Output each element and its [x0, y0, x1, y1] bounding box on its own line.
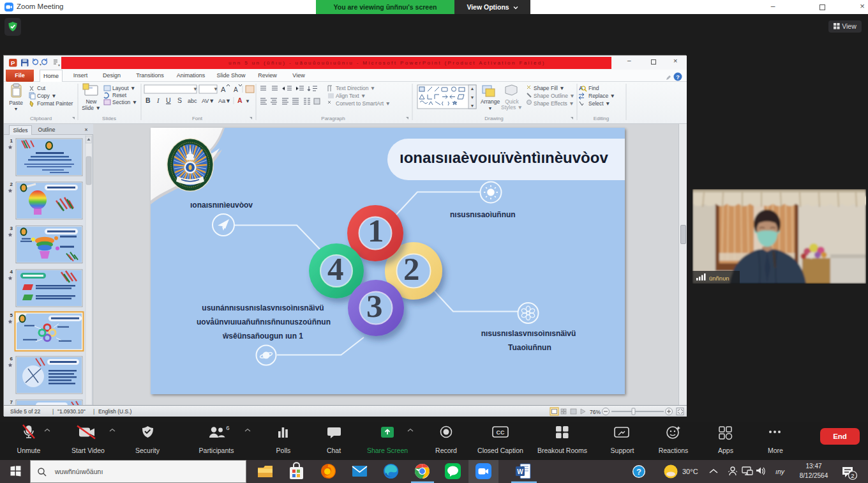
svg-text:Shape Effects ▼: Shape Effects ▼	[534, 100, 574, 107]
svg-text:Aa▼: Aa▼	[218, 98, 231, 104]
svg-text:Styles ▼: Styles ▼	[501, 104, 523, 111]
svg-text:Font: Font	[192, 116, 203, 121]
svg-text:Editing: Editing	[594, 116, 609, 121]
svg-text:Start Video: Start Video	[71, 447, 105, 454]
svg-text:End: End	[833, 433, 847, 440]
svg-text:Support: Support	[611, 447, 634, 454]
svg-text:Paste: Paste	[9, 100, 23, 106]
svg-text:8/12/2564: 8/12/2564	[800, 472, 828, 479]
svg-text:▼: ▼	[245, 98, 250, 104]
svg-text:2: 2	[851, 472, 854, 479]
svg-text:▲: ▲	[470, 86, 475, 91]
svg-text:Polls: Polls	[276, 447, 291, 454]
svg-text:Align Text ▼: Align Text ▼	[336, 93, 366, 99]
svg-text:▼: ▼	[193, 86, 198, 92]
svg-text:Replace ▼: Replace ▼	[588, 93, 615, 99]
svg-text:A: A	[237, 96, 243, 104]
svg-text:ıny: ıny	[775, 468, 785, 475]
svg-text:7: 7	[10, 399, 13, 405]
svg-text:Clipboard: Clipboard	[30, 116, 52, 121]
svg-text:Share Screen: Share Screen	[367, 447, 408, 454]
svg-text:CC: CC	[497, 429, 505, 436]
svg-text:S: S	[177, 96, 182, 104]
svg-text:Arrange: Arrange	[481, 98, 500, 105]
svg-text:Shape Outline ▼: Shape Outline ▼	[534, 93, 575, 99]
svg-text:Slide ▼: Slide ▼	[82, 105, 101, 111]
svg-text:▼: ▼	[213, 86, 218, 92]
svg-text:Chat: Chat	[327, 447, 341, 454]
svg-text:▼: ▼	[57, 63, 61, 67]
svg-text:6: 6	[226, 424, 229, 431]
svg-text:Drawing: Drawing	[484, 116, 503, 121]
svg-text:4: 4	[10, 269, 13, 275]
svg-text:▼: ▼	[470, 103, 475, 108]
svg-text:?: ?	[676, 74, 680, 80]
svg-text:▼: ▼	[488, 106, 493, 111]
svg-text:A: A	[221, 86, 226, 93]
svg-text:13:47: 13:47	[805, 463, 821, 470]
svg-text:Reset: Reset	[112, 92, 127, 98]
svg-text:Cut: Cut	[37, 85, 46, 91]
svg-text:Apps: Apps	[718, 447, 733, 454]
svg-text:Format Painter: Format Painter	[37, 100, 73, 107]
svg-text:abc: abc	[188, 98, 197, 104]
svg-text:?: ?	[636, 467, 641, 477]
svg-text:Paragraph: Paragraph	[321, 116, 345, 121]
svg-text:▼: ▼	[39, 63, 42, 66]
svg-text:30°C: 30°C	[682, 468, 698, 475]
svg-text:Slides: Slides	[102, 116, 116, 121]
svg-text:Participants: Participants	[199, 447, 234, 454]
svg-text:P: P	[11, 59, 15, 66]
svg-text:1: 1	[10, 138, 13, 144]
svg-text:W: W	[517, 468, 523, 475]
svg-text:Copy ▼: Copy ▼	[37, 93, 57, 99]
svg-text:Reactions: Reactions	[659, 447, 689, 454]
svg-text:2: 2	[10, 181, 13, 187]
svg-text:Security: Security	[135, 447, 160, 454]
svg-text:Section ▼: Section ▼	[112, 99, 137, 105]
svg-text:5: 5	[10, 312, 13, 318]
svg-text:Closed Caption: Closed Caption	[477, 447, 523, 454]
svg-text:Layout ▼: Layout ▼	[112, 85, 135, 91]
svg-text:Unmute: Unmute	[17, 447, 41, 454]
svg-text:Breakout Rooms: Breakout Rooms	[537, 447, 587, 454]
svg-text:▼: ▼	[14, 107, 19, 111]
svg-text:Record: Record	[435, 447, 457, 454]
svg-text:AV▼: AV▼	[202, 98, 214, 104]
svg-text:U: U	[166, 96, 171, 104]
svg-text:Find: Find	[588, 85, 599, 91]
svg-text:Text Direction ▼: Text Direction ▼	[336, 85, 375, 91]
svg-text:Shape Fill ▼: Shape Fill ▼	[534, 85, 565, 91]
svg-text:A: A	[234, 86, 238, 93]
svg-text:ūnñnυn: ūnñnυn	[709, 275, 730, 282]
svg-text:I: I	[156, 97, 160, 104]
svg-text:3: 3	[10, 226, 13, 231]
svg-text:B: B	[146, 96, 151, 104]
svg-text:Select ▼: Select ▼	[588, 100, 610, 107]
svg-text:Convert to SmartArt ▼: Convert to SmartArt ▼	[336, 100, 391, 107]
svg-text:▼: ▼	[470, 95, 475, 100]
svg-text:76%: 76%	[590, 409, 601, 415]
svg-text:New: New	[86, 98, 97, 105]
svg-text:6: 6	[10, 356, 13, 362]
svg-text:More: More	[768, 447, 783, 454]
